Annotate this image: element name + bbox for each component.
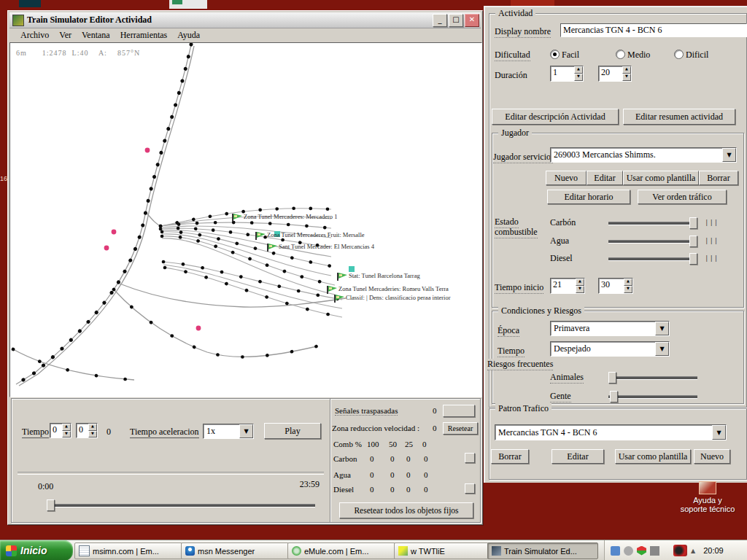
traffic-new-button[interactable]: Nuevo: [694, 449, 730, 464]
map-label: Sant Tunel Mercader: El Mercancias 4: [279, 243, 375, 250]
window-title: Train Simulator Editor Actividad: [27, 15, 431, 26]
screen-artifact: [511, 0, 554, 6]
tray-camera-icon[interactable]: [673, 545, 687, 556]
minimize-button[interactable]: _: [433, 14, 447, 27]
help-shortcut-label-2: soporte técnico: [671, 505, 744, 513]
fuel-col-25: 25: [405, 440, 413, 448]
edit-summary-button[interactable]: Editar resumen actividad: [623, 109, 735, 125]
timeline-slider-thumb[interactable]: [47, 499, 55, 511]
diesel-mini-button[interactable]: [465, 483, 475, 494]
map-canvas[interactable]: Zona Tunel Mercaderes: Mercadero 1 Zona …: [10, 43, 481, 397]
people-slider-label: Gente: [550, 391, 571, 402]
fuel-col-100: 100: [367, 440, 379, 448]
document-icon: [79, 545, 90, 556]
coal-slider-thumb[interactable]: [689, 217, 697, 229]
chevron-down-icon[interactable]: ▼: [239, 424, 253, 438]
edit-description-button[interactable]: Editar descripción Actividad: [492, 109, 619, 125]
play-button[interactable]: Play: [264, 423, 321, 439]
maximize-button[interactable]: □: [449, 14, 463, 27]
water-v3: 0: [406, 470, 411, 479]
taskbar-task-active[interactable]: Train Simulator Ed...: [487, 542, 598, 559]
coal-mini-button[interactable]: [465, 453, 475, 463]
menu-ver[interactable]: Ver: [54, 30, 77, 41]
player-service-label: Jugador servicio:: [493, 152, 553, 163]
fuel-col-0: 0: [422, 440, 427, 448]
chevron-down-icon[interactable]: ▼: [655, 342, 669, 356]
start-hours-spinner[interactable]: 21▲▼: [550, 278, 585, 294]
chevron-down-icon[interactable]: ▼: [655, 322, 669, 335]
hazards-label: Riesgos frecuentes: [487, 359, 553, 370]
tray-app-icon[interactable]: [650, 546, 659, 556]
duration-hours-spinner[interactable]: 1▲▼: [550, 66, 584, 82]
map-label: Zona Tunel Mercaderies: Romeu Valls Terr…: [338, 285, 449, 292]
water-slider-label: Agua: [550, 236, 569, 246]
water-slider[interactable]: [608, 236, 697, 247]
timeline-slider[interactable]: [47, 499, 315, 511]
start-minutes-spinner[interactable]: 30▲▼: [598, 278, 633, 294]
map-viewport[interactable]: 6m 1:2478 L:40 A: 857°N: [9, 42, 482, 397]
radio-dificil[interactable]: Dificil: [674, 50, 708, 61]
menu-ayuda[interactable]: Ayuda: [172, 30, 205, 41]
coal-v4: 0: [424, 454, 428, 463]
service-new-button[interactable]: Nuevo: [546, 171, 587, 185]
diesel-slider-label: Diesel: [550, 253, 573, 264]
taskbar-task-1[interactable]: msimn.com | Em...: [74, 542, 182, 559]
taskbar-task-4[interactable]: w TWTliE: [394, 542, 489, 559]
taskbar-task-3[interactable]: eMule.com | Em...: [287, 542, 395, 559]
traffic-pattern-combobox[interactable]: Mercancias TGN 4 - BCN 6▼: [495, 424, 727, 440]
tray-expand-icon[interactable]: ▲: [691, 548, 695, 554]
service-edit-button[interactable]: Editar: [587, 171, 623, 185]
diesel-row-label: Diesel: [333, 485, 354, 494]
signals-reset-button[interactable]: [443, 405, 475, 417]
speed-reset-button[interactable]: Resetear: [443, 422, 478, 435]
traffic-delete-button[interactable]: Borrar: [491, 449, 529, 464]
season-combobox[interactable]: Primavera▼: [550, 321, 670, 336]
animals-slider-label: Animales: [550, 372, 584, 384]
desktop-help-shortcut[interactable]: Ayuda y soporte técnico: [671, 481, 744, 513]
duration-minutes-spinner[interactable]: 20▲▼: [598, 66, 632, 82]
radio-icon[interactable]: [550, 50, 560, 59]
tray-network-icon[interactable]: [611, 546, 620, 556]
chevron-down-icon[interactable]: ▼: [712, 425, 726, 440]
radio-icon[interactable]: [674, 50, 684, 59]
edit-timetable-button[interactable]: Editar horario: [547, 190, 630, 204]
weather-combobox[interactable]: Despejado▼: [550, 341, 670, 357]
taskbar-task-2[interactable]: msn Messenger: [181, 542, 289, 559]
help-shortcut-icon[interactable]: [699, 481, 716, 494]
service-delete-button[interactable]: Borrar: [699, 171, 738, 185]
animals-slider-thumb[interactable]: [608, 372, 616, 384]
water-slider-thumb[interactable]: [689, 236, 697, 247]
radio-medio[interactable]: Medio: [616, 50, 650, 61]
start-button[interactable]: Inicio: [0, 540, 73, 560]
traffic-template-button[interactable]: Usar como plantilla: [615, 449, 691, 464]
player-service-combobox[interactable]: 269003 Mercancias Shimms.▼: [550, 147, 737, 163]
tray-shield-icon[interactable]: [637, 546, 646, 556]
close-icon[interactable]: ✕: [465, 14, 479, 27]
accel-combobox[interactable]: 1x▼: [203, 424, 254, 439]
coal-row-label: Carbon: [333, 454, 357, 463]
title-bar[interactable]: Train Simulator Editor Actividad _ □ ✕: [9, 12, 481, 28]
menu-ventana[interactable]: Ventana: [77, 30, 115, 41]
coal-slider[interactable]: [608, 217, 697, 229]
chevron-down-icon[interactable]: ▼: [722, 148, 736, 162]
time-minutes-spinner[interactable]: 0▲▼: [76, 423, 98, 438]
radio-facil[interactable]: Facil: [550, 50, 579, 61]
diesel-slider[interactable]: [608, 253, 697, 265]
view-traffic-button[interactable]: Ver orden tráfico: [638, 190, 727, 204]
traffic-edit-button[interactable]: Editar: [551, 449, 604, 464]
menu-archivo[interactable]: Archivo: [15, 30, 54, 41]
menu-herramientas[interactable]: Herramientas: [115, 30, 173, 41]
reset-all-button[interactable]: Resetear todos los objetos fijos: [339, 502, 473, 518]
display-name-input[interactable]: [560, 23, 747, 37]
radio-icon[interactable]: [616, 50, 625, 59]
tiempo-label: Tiempo: [22, 427, 49, 438]
time-hours-spinner[interactable]: 0▲▼: [50, 423, 71, 438]
tray-volume-icon[interactable]: [624, 546, 633, 556]
start-time-label: Tiempo inicio: [495, 282, 543, 294]
people-slider-thumb[interactable]: [610, 391, 618, 402]
service-template-button[interactable]: Usar como plantilla: [623, 171, 699, 185]
animals-slider[interactable]: [608, 372, 697, 384]
diesel-slider-thumb[interactable]: [689, 253, 697, 265]
people-slider[interactable]: [608, 391, 697, 402]
start-button-label: Inicio: [20, 545, 47, 556]
